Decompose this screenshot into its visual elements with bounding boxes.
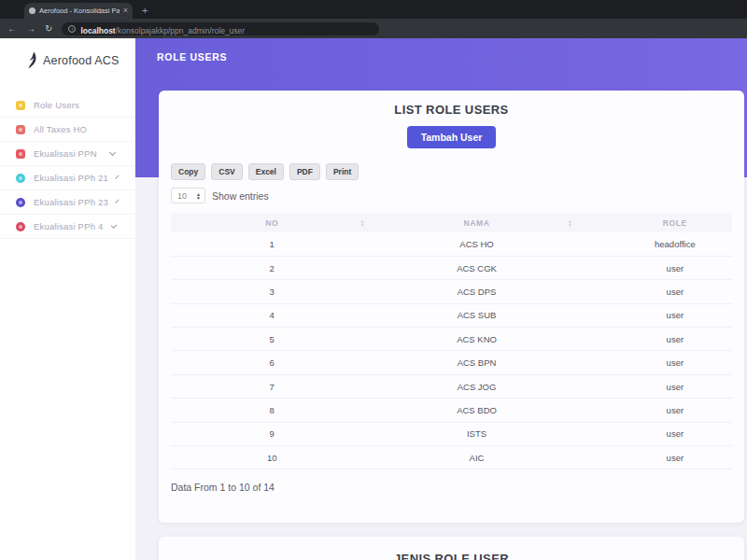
table-header-row: NO▲▼ NAMA▲▼ ROLE — [171, 213, 732, 232]
url-host: localhost — [80, 26, 115, 35]
table-row: 7ACS JOGuser — [171, 374, 732, 398]
sort-icon: ▲▼ — [359, 218, 365, 227]
entries-select[interactable]: 10 ▲▼ — [171, 188, 205, 203]
users-icon — [16, 101, 25, 110]
sidebar-item-all-taxes-ho[interactable]: All Taxes HO — [0, 118, 135, 142]
sidebar-item-label: Ekualisasi PPh 4 — [34, 221, 104, 231]
url-path: /konsolpajakkp/ppn_admin/role_user — [116, 26, 245, 35]
tab-close-icon[interactable]: × — [123, 7, 128, 15]
sidebar-menu: Role Users All Taxes HO Ekualisasi PPN E… — [0, 93, 135, 239]
url-bar[interactable]: i localhost/konsolpajakkp/ppn_admin/role… — [62, 22, 379, 35]
table-row: 9ISTSuser — [171, 422, 732, 445]
card-title: JENIS ROLE USER — [159, 537, 744, 560]
column-header-no[interactable]: NO▲▼ — [171, 213, 373, 232]
export-buttons: Copy CSV Excel PDF Print — [171, 163, 744, 180]
logo-text: Aerofood ACS — [43, 54, 120, 67]
page-info-icon[interactable]: i — [68, 25, 76, 33]
csv-button[interactable]: CSV — [211, 163, 242, 180]
browser-tab[interactable]: Aerofood - Konsolidasi Pajak × — [24, 3, 133, 19]
tab-title: Aerofood - Konsolidasi Pajak — [39, 7, 120, 15]
pin-icon — [16, 222, 25, 231]
page-title: ROLE USERS — [135, 38, 747, 63]
chevron-down-icon — [109, 148, 116, 155]
sidebar-item-ekualisasi-ppn[interactable]: Ekualisasi PPN — [0, 142, 135, 166]
table-row: 3ACS DPSuser — [171, 280, 732, 303]
table-row: 2ACS CGKuser — [171, 256, 732, 279]
table-info: Data From 1 to 10 of 14 — [171, 482, 744, 493]
reload-icon[interactable]: ↻ — [45, 24, 52, 34]
role-users-table: NO▲▼ NAMA▲▼ ROLE 1ACS HOheadoffice 2ACS … — [171, 213, 732, 469]
copy-button[interactable]: Copy — [171, 163, 205, 180]
sidebar-item-ekualisasi-pph23[interactable]: Ekualisasi PPh 23 — [0, 190, 135, 215]
back-icon[interactable]: ← — [7, 24, 17, 34]
column-header-role[interactable]: ROLE — [581, 213, 732, 232]
sidebar-item-label: Ekualisasi PPh 21 — [34, 173, 108, 183]
entries-value: 10 — [177, 191, 196, 201]
sidebar-item-label: All Taxes HO — [34, 124, 87, 134]
sidebar-item-ekualisasi-pph21[interactable]: Ekualisasi PPh 21 — [0, 166, 135, 190]
role-users-table-wrap: NO▲▼ NAMA▲▼ ROLE 1ACS HOheadoffice 2ACS … — [171, 213, 732, 469]
entries-control: 10 ▲▼ Show entries — [171, 188, 744, 203]
print-button[interactable]: Print — [326, 163, 359, 180]
table-row: 8ACS BDOuser — [171, 399, 732, 422]
shield-icon — [16, 198, 25, 207]
screen: Aerofood - Konsolidasi Pajak × + ← → ↻ i… — [0, 0, 747, 560]
circle-icon — [16, 174, 25, 183]
sidebar: Aerofood ACS Role Users All Taxes HO Eku… — [0, 38, 135, 560]
browser-toolbar: ← → ↻ i localhost/konsolpajakkp/ppn_admi… — [0, 19, 747, 38]
table-row: 6ACS BPNuser — [171, 351, 732, 374]
sidebar-item-role-users[interactable]: Role Users — [0, 93, 135, 118]
card-title: LIST ROLE USERS — [159, 91, 744, 117]
logo-bird-icon — [24, 51, 38, 69]
table-row: 4ACS SUBuser — [171, 303, 732, 327]
entries-label: Show entries — [212, 190, 269, 202]
tambah-user-button[interactable]: Tambah User — [407, 126, 497, 148]
excel-button[interactable]: Excel — [248, 163, 284, 180]
new-tab-button[interactable]: + — [142, 6, 148, 16]
pdf-button[interactable]: PDF — [289, 163, 320, 180]
sidebar-item-label: Role Users — [34, 100, 79, 110]
chevron-down-icon — [115, 199, 119, 203]
browser-tabstrip: Aerofood - Konsolidasi Pajak × + — [0, 0, 747, 19]
building-icon — [16, 125, 25, 134]
document-icon — [16, 149, 25, 159]
app-logo: Aerofood ACS — [0, 38, 135, 69]
sidebar-item-ekualisasi-pph4[interactable]: Ekualisasi PPh 4 — [0, 215, 135, 239]
sidebar-item-label: Ekualisasi PPh 23 — [34, 197, 108, 207]
table-row: 10AICuser — [171, 446, 732, 469]
table-row: 1ACS HOheadoffice — [171, 232, 732, 256]
table-row: 5ACS KNOuser — [171, 328, 732, 351]
jenis-role-user-card: JENIS ROLE USER — [159, 537, 744, 560]
chevron-down-icon — [110, 222, 116, 228]
sidebar-item-label: Ekualisasi PPN — [34, 148, 97, 159]
chevron-down-icon — [115, 175, 119, 178]
main-content: ROLE USERS LIST ROLE USERS Tambah User C… — [135, 38, 747, 560]
list-role-users-card: LIST ROLE USERS Tambah User Copy CSV Exc… — [159, 91, 744, 523]
tab-favicon-icon — [29, 7, 35, 14]
sort-icon: ▲▼ — [568, 218, 573, 227]
spinner-arrows-icon: ▲▼ — [196, 192, 201, 200]
forward-icon[interactable]: → — [26, 24, 35, 34]
column-header-nama[interactable]: NAMA▲▼ — [373, 213, 580, 232]
